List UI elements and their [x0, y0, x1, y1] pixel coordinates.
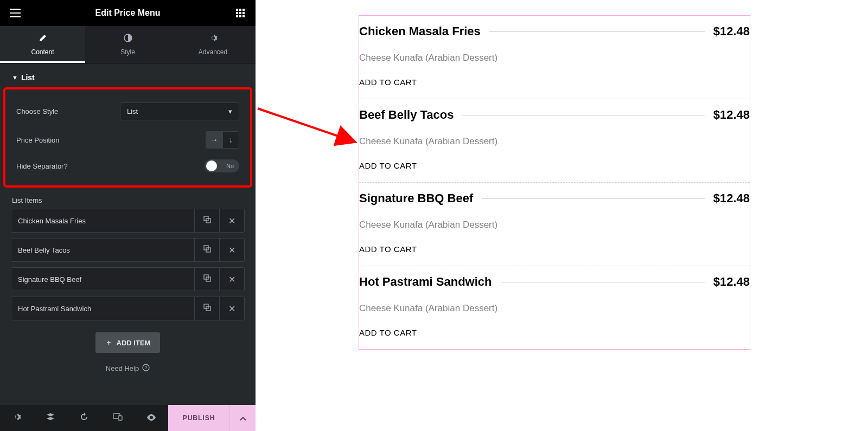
pencil-icon	[39, 34, 47, 45]
menu-item-desc: Cheese Kunafa (Arabian Dessert)	[359, 136, 750, 147]
toggle-knob	[206, 160, 217, 171]
copy-icon	[203, 216, 211, 226]
sidebar-header: Edit Price Menu	[0, 0, 256, 26]
preview-button[interactable]	[135, 405, 168, 431]
duplicate-button[interactable]	[194, 239, 219, 261]
list-item-title[interactable]: Hot Pastrami Sandwich	[11, 297, 194, 320]
close-icon: ✕	[228, 304, 235, 314]
remove-button[interactable]: ✕	[219, 268, 244, 291]
gear-icon	[209, 34, 218, 45]
svg-rect-2	[242, 9, 245, 11]
add-to-cart-link[interactable]: ADD TO CART	[359, 161, 750, 170]
publish-options-button[interactable]	[229, 405, 256, 431]
copy-icon	[203, 274, 211, 284]
svg-rect-3	[236, 12, 238, 14]
list-item: Hot Pastrami Sandwich ✕	[11, 297, 245, 320]
menu-item-price: $12.48	[713, 108, 750, 122]
widgets-icon[interactable]	[234, 7, 247, 20]
chevron-up-icon	[240, 413, 246, 423]
menu-item-title: Beef Belly Tacos	[359, 108, 454, 122]
preview-area: Chicken Masala Fries $12.48 Cheese Kunaf…	[256, 0, 868, 431]
menu-item: Hot Pastrami Sandwich $12.48 Cheese Kuna…	[359, 266, 750, 349]
sidebar-footer: PUBLISH	[0, 405, 256, 431]
add-item-button[interactable]: ＋ ADD ITEM	[95, 332, 161, 353]
hide-separator-toggle[interactable]: No	[205, 159, 239, 172]
list-items: Chicken Masala Fries ✕ Beef Belly Tacos …	[0, 209, 256, 320]
need-help-label: Need Help	[106, 364, 139, 372]
price-menu-widget[interactable]: Chicken Masala Fries $12.48 Cheese Kunaf…	[359, 15, 750, 350]
separator-line	[489, 31, 705, 32]
caret-down-icon: ▼	[12, 74, 18, 81]
list-item-title[interactable]: Chicken Masala Fries	[11, 209, 194, 232]
menu-item-title: Hot Pastrami Sandwich	[359, 275, 492, 289]
list-item-title[interactable]: Signature BBQ Beef	[11, 268, 194, 291]
highlighted-controls: Choose Style List ▾ Price Position → ↓	[3, 87, 252, 188]
tab-label: Advanced	[199, 48, 227, 56]
copy-icon	[203, 245, 211, 255]
publish-button[interactable]: PUBLISH	[168, 405, 229, 431]
copy-icon	[203, 304, 211, 313]
svg-rect-8	[242, 15, 245, 17]
add-to-cart-link[interactable]: ADD TO CART	[359, 245, 750, 254]
close-icon: ✕	[228, 245, 235, 255]
separator-line	[501, 282, 705, 282]
svg-rect-6	[236, 15, 238, 17]
publish-label: PUBLISH	[183, 414, 215, 422]
tab-style[interactable]: Style	[85, 26, 170, 63]
select-value: List	[127, 107, 138, 115]
list-items-label: List Items	[0, 188, 256, 209]
toggle-value: No	[226, 163, 234, 169]
add-item-label: ADD ITEM	[117, 339, 151, 347]
remove-button[interactable]: ✕	[219, 239, 244, 261]
menu-item-price: $12.48	[713, 275, 750, 289]
arrow-right-icon: →	[210, 136, 218, 144]
section-title: List	[21, 73, 35, 82]
editor-sidebar: Edit Price Menu Content Style Advanced ▼	[0, 0, 256, 431]
hide-separator-row: Hide Separator? No	[13, 154, 242, 178]
menu-icon[interactable]	[9, 7, 22, 20]
add-to-cart-link[interactable]: ADD TO CART	[359, 328, 750, 337]
close-icon: ✕	[228, 216, 235, 226]
section-list-toggle[interactable]: ▼ List	[0, 63, 256, 87]
separator-line	[482, 198, 704, 199]
svg-rect-21	[118, 416, 122, 420]
menu-item-title: Signature BBQ Beef	[359, 191, 473, 205]
price-position-down[interactable]: ↓	[222, 132, 239, 148]
menu-list: Chicken Masala Fries $12.48 Cheese Kunaf…	[359, 16, 750, 349]
gear-icon	[12, 413, 21, 423]
price-position-right[interactable]: →	[206, 132, 222, 148]
contrast-icon	[124, 34, 132, 45]
menu-item: Chicken Masala Fries $12.48 Cheese Kunaf…	[359, 16, 750, 99]
choose-style-select[interactable]: List ▾	[120, 102, 239, 120]
menu-item-desc: Cheese Kunafa (Arabian Dessert)	[359, 53, 750, 63]
tab-label: Content	[31, 48, 54, 56]
menu-item-price: $12.48	[713, 191, 750, 205]
remove-button[interactable]: ✕	[219, 297, 244, 320]
need-help-link[interactable]: Need Help ?	[0, 353, 256, 378]
settings-button[interactable]	[0, 405, 34, 431]
duplicate-button[interactable]	[194, 297, 219, 320]
tab-bar: Content Style Advanced	[0, 26, 256, 63]
menu-item-price: $12.48	[713, 24, 750, 38]
navigator-button[interactable]	[34, 405, 67, 431]
tab-label: Style	[120, 48, 135, 56]
remove-button[interactable]: ✕	[219, 209, 244, 232]
add-to-cart-link[interactable]: ADD TO CART	[359, 78, 750, 87]
tab-advanced[interactable]: Advanced	[170, 26, 256, 63]
history-button[interactable]	[67, 405, 101, 431]
tab-content[interactable]: Content	[0, 26, 85, 63]
eye-icon	[146, 413, 156, 423]
list-item-title[interactable]: Beef Belly Tacos	[11, 239, 194, 261]
choose-style-label: Choose Style	[16, 107, 58, 115]
duplicate-button[interactable]	[194, 268, 219, 291]
menu-item-desc: Cheese Kunafa (Arabian Dessert)	[359, 220, 750, 230]
plus-icon: ＋	[105, 338, 112, 348]
list-item: Chicken Masala Fries ✕	[11, 209, 245, 233]
responsive-button[interactable]	[101, 405, 135, 431]
history-icon	[80, 413, 88, 423]
svg-rect-1	[239, 9, 241, 11]
svg-text:?: ?	[145, 365, 148, 370]
menu-item: Beef Belly Tacos $12.48 Cheese Kunafa (A…	[359, 99, 750, 183]
duplicate-button[interactable]	[194, 209, 219, 232]
svg-rect-0	[236, 9, 238, 11]
